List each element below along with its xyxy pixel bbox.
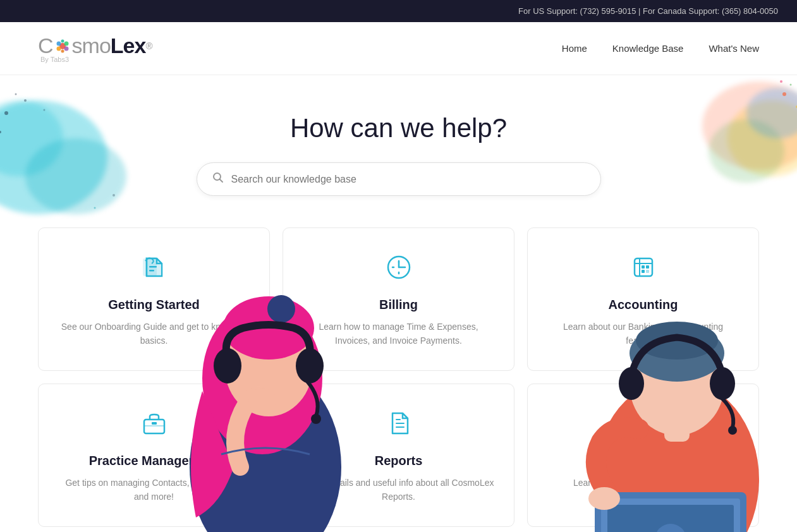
logo-reg: ® [145, 40, 152, 51]
main-content: How can we help? Getting Started See our… [0, 75, 797, 532]
card-accounting-desc: Learn about our Banking and Accounting f… [547, 320, 739, 348]
nav-whats-new[interactable]: What's New [709, 43, 759, 54]
logo-smo: smo [72, 33, 111, 58]
card-practice-management-desc: Get tips on managing Contacts, Client Po… [58, 476, 250, 504]
svg-rect-33 [149, 270, 154, 272]
svg-point-14 [15, 94, 17, 95]
svg-rect-45 [152, 422, 157, 425]
card-reports-title: Reports [302, 454, 495, 468]
card-billing-desc: Learn how to manage Time & Expenses, Inv… [302, 320, 495, 348]
logo[interactable]: C smo Lex ® By Tabs3 [38, 33, 152, 63]
svg-point-12 [44, 109, 46, 111]
card-getting-started-desc: See our Onboarding Guide and get to know… [58, 320, 250, 348]
card-accounting-title: Accounting [547, 298, 739, 312]
logo-dot-icon [54, 37, 71, 55]
svg-point-2 [64, 41, 68, 45]
svg-rect-42 [642, 270, 645, 273]
svg-point-4 [64, 46, 68, 51]
svg-rect-40 [642, 265, 645, 269]
card-reports-icon [302, 409, 495, 444]
logo-cosmo: C [38, 33, 53, 58]
logo-lex: Lex [111, 33, 146, 58]
header: C smo Lex ® By Tabs3 Home Knowledge Base… [0, 22, 797, 75]
card-practice-management[interactable]: Practice Management Get tips on managing… [38, 384, 270, 527]
card-getting-started-title: Getting Started [58, 298, 250, 312]
card-practice-management-icon [58, 409, 250, 444]
nav-knowledge-base[interactable]: Knowledge Base [612, 43, 684, 54]
card-getting-started[interactable]: Getting Started See our Onboarding Guide… [38, 227, 270, 371]
card-accounting-icon [547, 253, 739, 287]
main-nav: Home Knowledge Base What's New [562, 43, 759, 54]
search-bar[interactable] [197, 162, 601, 196]
svg-point-50 [640, 420, 647, 427]
svg-rect-43 [646, 270, 649, 273]
svg-point-24 [790, 84, 792, 86]
search-icon [212, 172, 224, 186]
svg-point-13 [0, 131, 1, 133]
card-billing-icon [302, 253, 495, 287]
svg-rect-41 [646, 265, 649, 269]
card-billing[interactable]: Billing Learn how to manage Time & Expen… [283, 227, 514, 371]
svg-point-5 [61, 39, 64, 42]
svg-point-22 [782, 92, 786, 96]
card-getting-started-icon [58, 253, 250, 287]
card-advanced-icon [547, 409, 739, 444]
svg-point-1 [56, 41, 61, 45]
svg-point-11 [24, 99, 27, 102]
card-accounting[interactable]: Accounting Learn about our Banking and A… [527, 227, 759, 371]
card-advanced-title: Advanced [547, 454, 739, 468]
svg-point-6 [61, 49, 64, 52]
card-reports-desc: Know details and useful info about all C… [302, 476, 495, 504]
card-practice-management-title: Practice Management [58, 454, 250, 468]
card-reports[interactable]: Reports Know details and useful info abo… [283, 384, 514, 527]
svg-rect-32 [149, 266, 157, 268]
card-advanced-desc: Learn about advanced features and config… [547, 476, 739, 504]
search-input[interactable] [231, 174, 585, 185]
content-center: How can we help? Getting Started See our… [38, 113, 759, 527]
support-text: For US Support: (732) 595-9015 | For Can… [518, 6, 778, 16]
svg-point-3 [56, 46, 61, 51]
logo-by-tabs: By Tabs3 [40, 56, 69, 63]
card-billing-title: Billing [302, 298, 495, 312]
svg-point-10 [4, 111, 8, 115]
svg-point-26 [780, 80, 782, 83]
cards-grid: Getting Started See our Onboarding Guide… [38, 227, 759, 527]
nav-home[interactable]: Home [562, 43, 587, 54]
top-bar: For US Support: (732) 595-9015 | For Can… [0, 0, 797, 22]
card-advanced[interactable]: Advanced Learn about advanced features a… [527, 384, 759, 527]
svg-line-29 [219, 179, 222, 183]
hero-title: How can we help? [38, 113, 759, 143]
